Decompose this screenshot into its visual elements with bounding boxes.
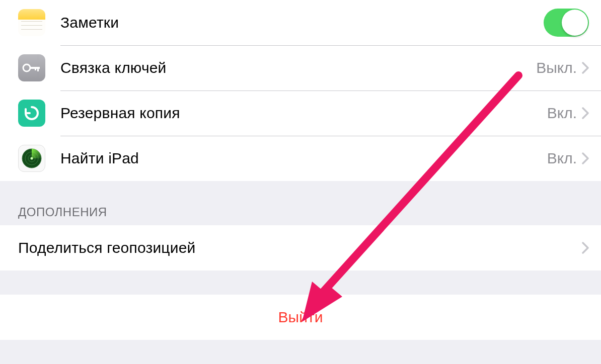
row-notes[interactable]: Заметки (0, 0, 601, 45)
section-header-extras: ДОПОЛНЕНИЯ (0, 181, 601, 225)
radar-icon (21, 147, 43, 169)
row-share-location-label: Поделиться геопозицией (18, 239, 582, 256)
row-backup-label: Резервная копия (60, 105, 547, 122)
row-share-location[interactable]: Поделиться геопозицией (0, 225, 601, 270)
row-find-ipad[interactable]: Найти iPad Вкл. (0, 136, 601, 181)
spacer (0, 270, 601, 295)
find-ipad-icon (18, 145, 45, 172)
row-keychain-label: Связка ключей (60, 59, 536, 76)
notes-toggle[interactable] (544, 9, 589, 37)
chevron-right-icon (582, 152, 589, 164)
chevron-right-icon (582, 62, 589, 74)
keychain-icon (18, 54, 45, 81)
notes-icon (18, 9, 45, 36)
svg-point-8 (31, 157, 33, 160)
settings-group-signout: Выйти (0, 295, 601, 340)
key-icon (22, 63, 41, 72)
row-backup-detail: Вкл. (547, 105, 577, 122)
toggle-knob (562, 10, 588, 36)
row-find-detail: Вкл. (547, 150, 577, 167)
settings-group-extras: Поделиться геопозицией (0, 225, 601, 270)
restore-arrow-icon (22, 103, 42, 123)
svg-point-0 (23, 64, 30, 71)
chevron-right-icon (582, 242, 589, 254)
svg-rect-3 (35, 67, 36, 70)
row-backup[interactable]: Резервная копия Вкл. (0, 90, 601, 136)
row-find-label: Найти iPad (60, 150, 547, 167)
row-keychain-detail: Выкл. (536, 59, 577, 76)
signout-label: Выйти (278, 309, 323, 326)
chevron-right-icon (582, 107, 589, 119)
settings-group-services: Заметки Связка ключей Выкл. Резе (0, 0, 601, 181)
backup-icon (18, 100, 45, 127)
signout-button[interactable]: Выйти (0, 295, 601, 340)
row-notes-label: Заметки (60, 14, 544, 31)
svg-rect-2 (37, 67, 39, 71)
row-keychain[interactable]: Связка ключей Выкл. (0, 45, 601, 90)
